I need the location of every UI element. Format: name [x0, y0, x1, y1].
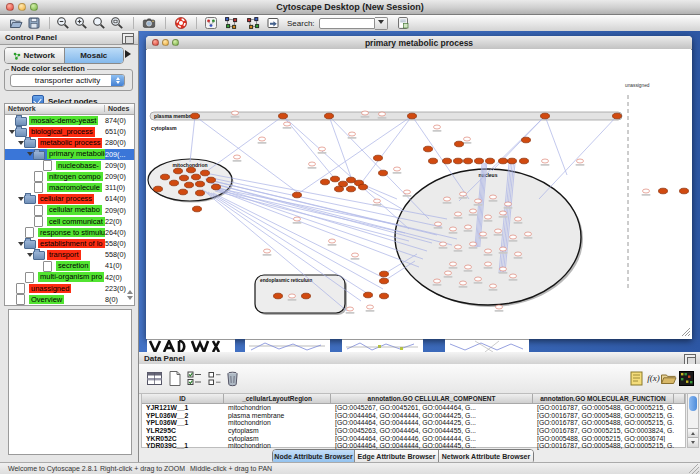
table-row[interactable]: YKR052Ccytoplasm[GO:0044464, GO:0044446,…	[142, 435, 685, 443]
tree-row[interactable]: multi-organism pro42(0)	[5, 272, 134, 283]
network-graph[interactable]: plasma membrane cytoplasm mitochondrion …	[147, 49, 691, 338]
column-cellular-layout-region[interactable]: _cellularLayoutRegion	[224, 394, 331, 403]
vizmapper-icon[interactable]	[204, 16, 218, 30]
table-row[interactable]: YJR121W__1mitochondrion[GO:0045267, GO:0…	[142, 404, 685, 412]
tree-row[interactable]: cellular metabo209(0)	[5, 205, 134, 216]
thumbnail-network	[445, 340, 529, 352]
snapshot-camera-icon[interactable]	[142, 16, 156, 30]
table-row[interactable]: YPL036W__2plasma membrane[GO:0044464, GO…	[142, 412, 685, 420]
attribute-table-icon[interactable]	[146, 370, 163, 387]
network-tree-header[interactable]: Network Nodes	[5, 104, 134, 115]
tree-scrollbar[interactable]	[126, 287, 133, 303]
import-attributes-folder-icon[interactable]	[660, 370, 677, 387]
window-titlebar[interactable]: Cytoscape Desktop (New Session)	[0, 0, 700, 15]
control-panel-title: Control Panel	[5, 33, 57, 42]
table-row[interactable]: YPL036W__1mitochondrion[GO:0044464, GO:0…	[142, 419, 685, 427]
status-pan-hint: Middle-click + drag to PAN	[190, 465, 272, 472]
select-attributes-icon[interactable]	[186, 370, 203, 387]
layout-network-alt-icon[interactable]	[246, 16, 260, 30]
tree-row[interactable]: Overview8(0)	[5, 294, 134, 305]
plasma-membrane-region[interactable]: plasma membrane	[150, 112, 622, 120]
network-tree: Network Nodes mosaic-demo-yeast874(0) bi…	[4, 103, 135, 306]
table-scrollbar[interactable]	[687, 393, 699, 448]
tree-row[interactable]: cellular process614(0)	[5, 193, 134, 204]
data-panel-title: Data Panel	[144, 354, 185, 363]
column-id[interactable]: ID	[142, 394, 224, 403]
tree-row[interactable]: mosaic-demo-yeast874(0)	[5, 115, 134, 126]
zoom-selected-icon[interactable]	[92, 16, 106, 30]
canvas-resize-grip[interactable]	[682, 328, 690, 336]
birdseye-view[interactable]	[8, 309, 132, 455]
zoom-in-icon[interactable]	[74, 16, 88, 30]
attribute-table: ID _cellularLayoutRegion annotation.GO C…	[141, 393, 686, 448]
data-panel: Data Panel f(x) ID _cellularLayoutRegion…	[139, 352, 700, 462]
tree-row[interactable]: nucleobase-209(0)	[5, 160, 134, 171]
search-label: Search:	[287, 19, 315, 28]
status-welcome: Welcome to Cytoscape 2.8.1	[8, 465, 97, 472]
network-view-titlebar[interactable]: primary metabolic process	[146, 36, 692, 50]
background-window-fragment[interactable]	[342, 339, 423, 352]
save-session-icon[interactable]	[27, 16, 41, 30]
endoplasmic-reticulum-label: endoplasmic reticulum	[260, 278, 312, 283]
more-tabs-arrow-icon[interactable]	[125, 50, 135, 58]
unselect-attributes-icon[interactable]	[206, 370, 223, 387]
tree-row[interactable]: transport558(0)	[5, 249, 134, 260]
tab-network[interactable]: Network	[5, 48, 64, 63]
annotation-page-icon[interactable]	[396, 16, 410, 30]
table-scrollbar-thumb[interactable]	[689, 396, 697, 411]
zoom-fit-icon[interactable]	[110, 16, 124, 30]
layout-network-icon[interactable]	[224, 16, 238, 30]
background-window-fragment[interactable]	[147, 339, 235, 352]
delete-attribute-trash-icon[interactable]	[224, 370, 241, 387]
tree-row[interactable]: response to stimulu264(0)	[5, 227, 134, 238]
matrix-heatmap-icon[interactable]	[678, 370, 695, 387]
tab-mosaic[interactable]: Mosaic	[64, 48, 124, 63]
new-attribute-icon[interactable]	[166, 370, 183, 387]
network-tab-icon	[13, 52, 21, 60]
column-stub	[674, 394, 685, 403]
main-toolbar: Search:	[0, 15, 700, 32]
tree-row[interactable]: macromolecule311(0)	[5, 182, 134, 193]
status-zoom-hint: Right-click + drag to ZOOM	[100, 465, 185, 472]
window-resize-grip[interactable]	[689, 464, 699, 474]
data-panel-toolbar: f(x)	[139, 364, 700, 394]
mitochondrion-region[interactable]: mitochondrion	[148, 159, 234, 203]
tree-row[interactable]: biological_process651(0)	[5, 126, 134, 137]
column-go-cellular-component[interactable]: annotation.GO CELLULAR_COMPONENT	[331, 394, 533, 403]
background-window-fragment[interactable]	[245, 339, 330, 352]
scroll-down-button[interactable]	[688, 437, 698, 447]
help-lifebuoy-icon[interactable]	[174, 16, 188, 30]
thumbnail-network	[342, 340, 423, 352]
search-dropdown-arrow[interactable]	[375, 17, 388, 30]
network-view-title: primary metabolic process	[146, 38, 692, 48]
attribute-table-header[interactable]: ID _cellularLayoutRegion annotation.GO C…	[142, 394, 685, 404]
background-window-fragment[interactable]	[445, 339, 529, 352]
open-file-icon[interactable]	[9, 16, 23, 30]
notes-icon[interactable]	[628, 370, 645, 387]
table-row[interactable]: YLR295Ccytoplasm[GO:0045263, GO:0044464,…	[142, 427, 685, 435]
tree-row[interactable]: establishment of lo558(0)	[5, 238, 134, 249]
cytoscape-desktop: { "window": { "title": "Cytoscape Deskto…	[0, 0, 700, 474]
network-desktop: primary metabolic process plasma membran…	[139, 31, 700, 352]
zoom-out-icon[interactable]	[56, 16, 70, 30]
float-panel-icon[interactable]	[122, 33, 134, 44]
tree-row[interactable]: secretion41(0)	[5, 260, 134, 271]
window-title: Cytoscape Desktop (New Session)	[0, 2, 700, 12]
node-color-selection-label: Node color selection	[9, 64, 87, 73]
column-go-molecular-function[interactable]: annotation.GO MOLECULAR_FUNCTION	[533, 394, 674, 403]
search-input[interactable]	[319, 18, 375, 29]
network-canvas[interactable]: plasma membrane cytoplasm mitochondrion …	[147, 49, 691, 338]
tree-row[interactable]: nitrogen compo209(0)	[5, 171, 134, 182]
tree-row-selected[interactable]: primary metabolic209(...	[5, 149, 134, 160]
tree-row[interactable]: metabolic process280(0)	[5, 137, 134, 148]
tab-network-label: Network	[23, 51, 55, 60]
dropdown-stepper-icon	[111, 75, 124, 86]
node-color-dropdown[interactable]: transporter activity	[10, 74, 125, 87]
tree-row[interactable]: unassigned223(0)	[5, 283, 134, 294]
node-color-dropdown-value: transporter activity	[35, 76, 100, 85]
filter-icon[interactable]	[266, 16, 280, 30]
tree-row[interactable]: cell communicat22(0)	[5, 216, 134, 227]
cytoplasm-label: cytoplasm	[151, 125, 177, 131]
control-panel: Control Panel Network Mosaic Node color …	[0, 31, 139, 462]
network-view-window[interactable]: primary metabolic process plasma membran…	[146, 36, 692, 339]
